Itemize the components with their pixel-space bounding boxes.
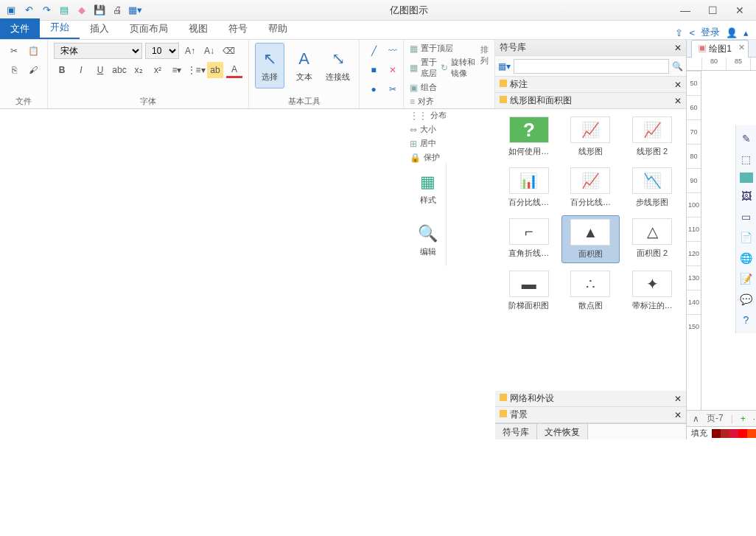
size-button[interactable]: ⇔大小 bbox=[410, 124, 476, 135]
highlight-tool-icon[interactable]: ⬚ bbox=[739, 152, 754, 167]
export-icon[interactable]: ▦▾ bbox=[128, 4, 141, 17]
line-spacing-icon[interactable]: ≡▾ bbox=[169, 62, 185, 78]
font-size-select[interactable]: 10 bbox=[145, 43, 179, 59]
help-tool-icon[interactable]: ? bbox=[739, 313, 754, 327]
note-tool-icon[interactable]: 📝 bbox=[739, 271, 754, 286]
lock-button[interactable]: 🔒保护 bbox=[410, 152, 476, 163]
shape-item[interactable]: ?如何使用… bbox=[500, 114, 559, 160]
font-name-select[interactable]: 宋体 bbox=[54, 43, 142, 59]
group-button[interactable]: ▣组合 bbox=[410, 82, 476, 93]
bottom-tab-symbols[interactable]: 符号库 bbox=[495, 424, 537, 439]
print-icon[interactable]: 🖨 bbox=[111, 4, 124, 17]
symbol-search-input[interactable] bbox=[514, 59, 669, 74]
curve-shape-icon[interactable]: 〰 bbox=[385, 43, 401, 59]
minimize-button[interactable]: — bbox=[676, 3, 695, 18]
panel-close-icon[interactable]: ✕ bbox=[674, 43, 682, 53]
bottom-tab-recovery[interactable]: 文件恢复 bbox=[537, 424, 588, 439]
tool-select[interactable]: ↖选择 bbox=[255, 43, 284, 88]
tab-help[interactable]: 帮助 bbox=[258, 18, 298, 39]
underline-icon[interactable]: U bbox=[92, 62, 108, 78]
font-color-icon[interactable]: A bbox=[226, 62, 242, 78]
user-icon[interactable]: 👤 bbox=[726, 27, 738, 38]
redo-icon[interactable]: ↷ bbox=[40, 4, 53, 17]
shape-item[interactable]: ∴散点图 bbox=[561, 268, 620, 314]
rotate-button[interactable]: ↻旋转和镜像 bbox=[441, 57, 476, 79]
collapse-ribbon-icon[interactable]: ▴ bbox=[743, 27, 749, 38]
shape-item[interactable]: ▬阶梯面积图 bbox=[500, 268, 559, 314]
copy-icon[interactable]: ⎘ bbox=[6, 62, 22, 78]
shape-item[interactable]: 📈百分比线… bbox=[561, 164, 620, 211]
category-line-area[interactable]: 线形图和面积图✕ bbox=[495, 93, 686, 109]
edit-button[interactable]: 🔍编辑 bbox=[416, 217, 440, 263]
clear-format-icon[interactable]: ⌫ bbox=[220, 43, 237, 59]
italic-icon[interactable]: I bbox=[73, 62, 89, 78]
shape-item[interactable]: 📈线形图 bbox=[561, 114, 620, 160]
shape-item[interactable]: ✦带标注的… bbox=[623, 268, 682, 314]
category-background[interactable]: 背景✕ bbox=[495, 407, 686, 423]
style-button[interactable]: ▦样式 bbox=[416, 166, 440, 212]
crop-icon[interactable]: ✂ bbox=[385, 81, 401, 97]
comment-tool-icon[interactable]: 💬 bbox=[739, 292, 754, 307]
category-biaozhu[interactable]: 标注✕ bbox=[495, 77, 686, 93]
increase-font-icon[interactable]: A↑ bbox=[182, 43, 198, 59]
page-more-icon[interactable]: ··· bbox=[753, 414, 756, 424]
color-swatch[interactable] bbox=[747, 429, 756, 438]
distribute-button[interactable]: ⋮⋮分布 bbox=[410, 110, 476, 121]
shape-item[interactable]: 📈线形图 2 bbox=[623, 114, 682, 160]
decrease-font-icon[interactable]: A↓ bbox=[201, 43, 217, 59]
share-icon[interactable]: ⇧ bbox=[675, 27, 683, 38]
format-painter-icon[interactable]: 🖌 bbox=[25, 62, 41, 78]
new-icon[interactable]: ▤ bbox=[57, 4, 71, 17]
image-tool-icon[interactable]: 🖼 bbox=[739, 189, 754, 203]
color-swatch[interactable] bbox=[721, 429, 729, 438]
doc-tab-close-icon[interactable]: ✕ bbox=[738, 43, 745, 52]
align-button[interactable]: ≡对齐 bbox=[410, 96, 476, 107]
search-icon[interactable]: 🔍 bbox=[672, 61, 683, 72]
rect-shape-icon[interactable]: ■ bbox=[365, 62, 382, 78]
ellipse-shape-icon[interactable]: ● bbox=[365, 81, 382, 97]
category-network[interactable]: 网络和外设✕ bbox=[495, 391, 686, 407]
color-swatch[interactable] bbox=[712, 429, 721, 438]
tool-connector[interactable]: ⤡连接线 bbox=[323, 43, 353, 88]
shape-item[interactable]: 📉步线形图 bbox=[623, 164, 682, 211]
tab-view[interactable]: 视图 bbox=[178, 18, 218, 39]
shape-item[interactable]: ⌐直角折线… bbox=[500, 215, 559, 263]
center-button[interactable]: ⊞居中 bbox=[410, 138, 476, 149]
color-swatch[interactable] bbox=[738, 429, 747, 438]
shape-item[interactable]: 📊百分比线… bbox=[500, 164, 559, 211]
theme-icon[interactable]: ◆ bbox=[75, 4, 88, 17]
document-tab[interactable]: ▣ 绘图1 ✕ bbox=[691, 40, 749, 58]
strikethrough-icon[interactable]: abc bbox=[111, 62, 127, 78]
tab-insert[interactable]: 插入 bbox=[80, 18, 119, 39]
tab-symbol[interactable]: 符号 bbox=[218, 18, 258, 39]
tab-start[interactable]: 开始 bbox=[40, 17, 80, 39]
layer-tool-icon[interactable]: ▭ bbox=[739, 209, 754, 224]
maximize-button[interactable]: ☐ bbox=[704, 3, 722, 18]
pen-tool-icon[interactable]: ✎ bbox=[739, 131, 754, 146]
line-shape-icon[interactable]: ╱ bbox=[365, 43, 382, 59]
undo-icon[interactable]: ↶ bbox=[22, 4, 35, 17]
link-icon[interactable]: < bbox=[689, 27, 695, 38]
page-first[interactable]: 页-7 bbox=[707, 412, 724, 425]
shape-item[interactable]: △面积图 2 bbox=[623, 215, 682, 263]
delete-shape-icon[interactable]: ✕ bbox=[385, 62, 401, 78]
close-button[interactable]: ✕ bbox=[731, 3, 749, 18]
highlight-icon[interactable]: ab bbox=[207, 62, 223, 78]
login-link[interactable]: 登录 bbox=[701, 26, 720, 39]
color-swatch[interactable] bbox=[729, 429, 738, 438]
tool-text[interactable]: A文本 bbox=[289, 43, 318, 88]
page-tool-icon[interactable]: 📄 bbox=[739, 230, 754, 245]
shape-item[interactable]: ▲面积图 bbox=[561, 215, 620, 263]
fill-tool-icon[interactable] bbox=[740, 173, 753, 183]
superscript-icon[interactable]: x² bbox=[150, 62, 166, 78]
page-nav-up-icon[interactable]: ∧ bbox=[693, 414, 699, 424]
add-page-icon[interactable]: + bbox=[741, 414, 746, 424]
cut-icon[interactable]: ✂ bbox=[6, 43, 22, 59]
send-back-button[interactable]: ▦置于底层 ↻旋转和镜像 bbox=[410, 57, 476, 79]
save-icon[interactable]: 💾 bbox=[93, 4, 106, 17]
tab-file[interactable]: 文件 bbox=[0, 18, 40, 39]
paste-icon[interactable]: 📋 bbox=[25, 43, 41, 59]
bullets-icon[interactable]: ⋮≡▾ bbox=[188, 62, 204, 78]
panel-menu-icon[interactable]: ▦▾ bbox=[498, 61, 511, 72]
subscript-icon[interactable]: x₂ bbox=[130, 62, 147, 78]
